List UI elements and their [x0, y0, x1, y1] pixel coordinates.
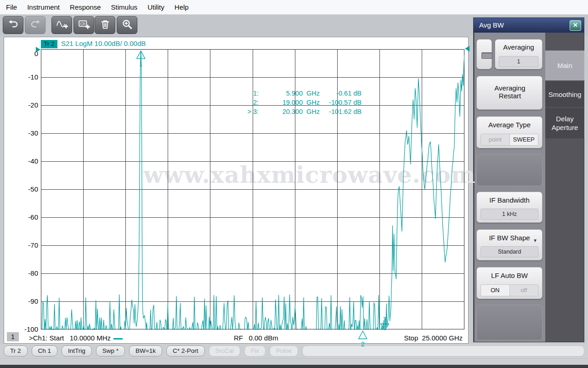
- lf-auto-bw-on-option[interactable]: ON: [481, 285, 509, 296]
- menu-item-response[interactable]: Response: [65, 0, 106, 15]
- marker-readout-mnum: 1:: [238, 89, 259, 98]
- marker-readout-row: > 3:20.300GHz-101.62 dB: [238, 107, 362, 116]
- menu-item-utility[interactable]: Utility: [142, 0, 170, 15]
- averaging-value[interactable]: 1: [499, 56, 538, 67]
- averaging-restart-label: Averaging Restart: [487, 84, 533, 100]
- chevron-down-icon: ▼: [533, 238, 537, 243]
- marker-readout-munit: GHz: [303, 89, 323, 98]
- redo-icon: [29, 19, 41, 32]
- if-bandwidth-value[interactable]: 1 kHz: [481, 209, 538, 220]
- averaging-button[interactable]: Averaging 1: [495, 39, 543, 69]
- y-axis-label: 0: [18, 50, 38, 58]
- if-bandwidth-label: IF Bandwidth: [477, 196, 542, 204]
- add-trace-icon: [56, 19, 68, 32]
- marker-readout-mfreq: 5.900: [259, 89, 303, 98]
- marker-readout-munit: GHz: [303, 107, 323, 116]
- menu-item-stimulus[interactable]: Stimulus: [106, 0, 143, 15]
- average-type-label: Average Type: [477, 121, 542, 129]
- menu-item-help[interactable]: Help: [170, 0, 194, 15]
- svg-text:1: 1: [139, 60, 143, 68]
- averaging-restart-button[interactable]: Averaging Restart: [476, 76, 543, 110]
- marker-readout-mfreq: 20.300: [259, 107, 303, 116]
- if-bw-shape-label: IF BW Shape: [477, 234, 542, 242]
- marker-readout-munit: GHz: [303, 98, 323, 107]
- status-button-bw-1k[interactable]: BW=1k: [129, 345, 162, 357]
- average-type-sweep-option[interactable]: SWEEP: [509, 134, 538, 145]
- trace-color-legend: [113, 338, 123, 340]
- status-button-fix: Fix: [244, 345, 266, 357]
- marker-readout-mfreq: 19.000: [259, 98, 303, 107]
- status-button-blank: [302, 345, 584, 357]
- status-button-srccal: SrcCal: [209, 345, 241, 357]
- if-bw-shape-button[interactable]: IF BW Shape ▼ Standard: [476, 229, 543, 260]
- average-type-toggle[interactable]: point SWEEP: [481, 134, 538, 146]
- y-axis-label: -20: [18, 101, 38, 109]
- lf-auto-bw-label: LF Auto BW: [477, 272, 542, 279]
- plot-area[interactable]: www.xahxmicrowave.com 123 1:5.900GHz-0.6…: [41, 49, 464, 329]
- status-divider: [0, 358, 588, 359]
- tab-delay-aperture[interactable]: Delay Aperture: [545, 108, 584, 138]
- stimulus-start-label[interactable]: >Ch1: Start 10.0000 MHz: [29, 334, 111, 342]
- rf-power-label[interactable]: RF 0.00 dBm: [234, 334, 278, 342]
- svg-text:3: 3: [383, 316, 387, 323]
- trace-badge[interactable]: Tr 2: [41, 40, 57, 48]
- marker-readout: 1:5.900GHz-0.61 dB2:19.000GHz-100.57 dB>…: [238, 89, 362, 116]
- marker-readout-mlevel: -100.57 dB: [323, 98, 362, 107]
- blank-softkey-2: [476, 305, 543, 340]
- y-axis-label: -60: [18, 213, 38, 221]
- if-bw-shape-value[interactable]: Standard: [481, 246, 538, 257]
- undo-button[interactable]: [3, 16, 23, 34]
- status-button-tr-2[interactable]: Tr 2: [4, 345, 28, 357]
- trace-format-label[interactable]: S21 LogM 10.00dB/ 0.00dB: [61, 40, 146, 47]
- vna-application-window: FileInstrumentResponseStimulusUtilityHel…: [0, 0, 588, 368]
- menu-item-instrument[interactable]: Instrument: [22, 0, 65, 15]
- status-button-inttrig[interactable]: IntTrig: [62, 345, 92, 357]
- zoom-in-button[interactable]: [117, 16, 137, 34]
- marker-readout-row: 2:19.000GHz-100.57 dB: [238, 98, 362, 107]
- menu-item-file[interactable]: File: [1, 0, 22, 15]
- y-axis-label: -90: [18, 297, 38, 306]
- marker-readout-mlevel: -0.61 dB: [323, 89, 362, 98]
- svg-text:2: 2: [361, 340, 365, 348]
- y-axis-label: -10: [18, 73, 38, 81]
- y-axis-label: -70: [18, 241, 38, 249]
- status-button-ch-1[interactable]: Ch 1: [32, 345, 58, 357]
- lf-auto-bw-button[interactable]: LF Auto BW ON off: [476, 267, 543, 299]
- y-axis-label: -40: [18, 157, 38, 165]
- redo-button: [25, 16, 45, 34]
- averaging-led-indicator: [481, 52, 492, 59]
- status-button-swp-[interactable]: Swp *: [96, 345, 125, 357]
- y-axis-label: -50: [18, 185, 38, 193]
- bottom-edge-strip: [0, 365, 588, 368]
- marker-readout-mlevel: -101.62 dB: [323, 107, 362, 116]
- marker-readout-row: 1:5.900GHz-0.61 dB: [238, 89, 362, 98]
- y-axis-label: -30: [18, 129, 38, 137]
- add-channel-icon: Ch: [78, 19, 90, 32]
- panel-title: Avg BW: [474, 18, 584, 33]
- stimulus-stop-label[interactable]: Stop 25.0000 GHz: [404, 334, 463, 342]
- y-axis-label: -100: [18, 325, 38, 334]
- if-bandwidth-button[interactable]: IF Bandwidth 1 kHz: [476, 192, 543, 223]
- menu-bar: FileInstrumentResponseStimulusUtilityHel…: [0, 0, 588, 15]
- channel-number-badge[interactable]: 1: [7, 332, 19, 341]
- tab-smoothing[interactable]: Smoothing: [545, 81, 584, 107]
- marker-readout-mnum: > 3:: [238, 107, 259, 116]
- svg-text:Ch: Ch: [80, 21, 85, 26]
- lf-auto-bw-toggle[interactable]: ON off: [481, 284, 538, 296]
- close-icon[interactable]: ✕: [570, 20, 581, 31]
- marker-readout-mnum: 2:: [238, 98, 259, 107]
- averaging-led-button[interactable]: [476, 39, 492, 69]
- undo-icon: [7, 19, 19, 32]
- delete-trace-icon: [99, 19, 111, 32]
- lf-auto-bw-off-option[interactable]: off: [509, 285, 538, 296]
- average-type-point-option[interactable]: point: [481, 134, 509, 145]
- tab-main[interactable]: Main: [545, 51, 584, 80]
- y-axis-label: -80: [18, 269, 38, 277]
- add-channel-button[interactable]: Ch: [74, 16, 94, 34]
- delete-trace-button[interactable]: [95, 16, 115, 34]
- add-trace-button[interactable]: [51, 16, 72, 34]
- average-type-button[interactable]: Average Type point SWEEP: [476, 116, 543, 148]
- status-button-c-2-port[interactable]: C* 2-Port: [166, 345, 205, 357]
- status-button-row: Tr 2Ch 1IntTrigSwp *BW=1kC* 2-PortSrcCal…: [4, 345, 584, 357]
- status-button-pulse: Pulse: [270, 345, 298, 357]
